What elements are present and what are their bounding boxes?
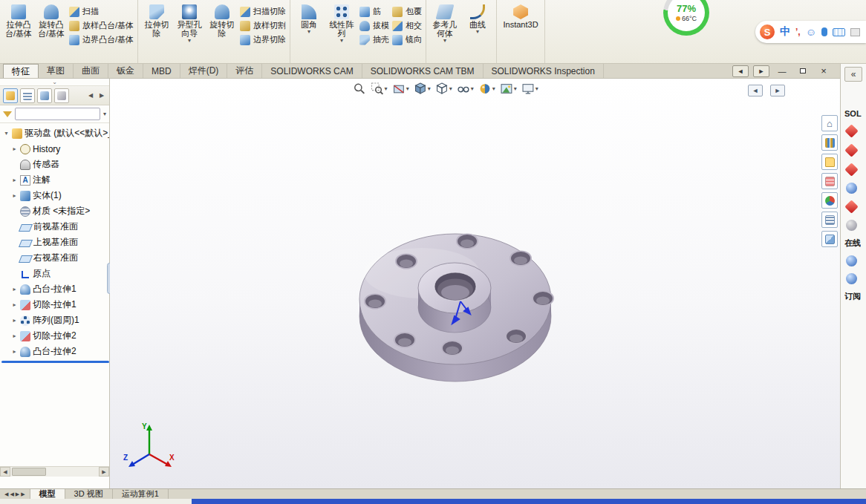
custom-properties-icon[interactable] — [821, 212, 838, 228]
expand-arrow-icon[interactable]: ▸ — [11, 145, 18, 152]
tabs-scroll-left-button[interactable]: ◀ — [86, 92, 95, 99]
scroll-left-arrow[interactable]: ◀ — [0, 467, 10, 477]
tree-item-solid-bodies[interactable]: ▸ 实体(1) — [1, 188, 109, 203]
tool-icon[interactable] — [846, 183, 857, 194]
expand-arrow-icon[interactable]: ▸ — [11, 177, 18, 183]
graphics-viewport[interactable]: ▾ ▾ ▾ ▾ ▾ ▾ ▾ — [110, 79, 840, 488]
tab-mbd[interactable]: MBD — [143, 64, 180, 78]
tab-sheet-metal[interactable]: 钣金 — [108, 64, 143, 78]
scrollbar-thumb[interactable] — [12, 468, 46, 476]
tree-item-boss-extrude1[interactable]: ▸ 凸台-拉伸1 — [1, 281, 109, 297]
tree-item-front-plane[interactable]: 前视基准面 — [1, 219, 109, 235]
forum-icon[interactable] — [821, 231, 838, 247]
panel-collapse-handle[interactable]: ⌄ — [0, 79, 109, 86]
next-tab-arrow[interactable]: ▶ — [16, 491, 19, 497]
ime-toolbox-icon[interactable] — [850, 28, 860, 36]
tab-propertymanager[interactable] — [20, 88, 35, 103]
tab-model[interactable]: 模型 — [30, 489, 65, 499]
scroll-right-arrow[interactable]: ▶ — [99, 467, 109, 477]
hole-wizard-button[interactable]: 异型孔向导 ▾ — [173, 1, 206, 45]
ime-punctuation-toggle[interactable]: ’, — [795, 27, 801, 37]
keyboard-icon[interactable] — [833, 28, 845, 36]
rib-button[interactable]: 筋 — [359, 6, 389, 17]
pane-back-button[interactable]: ◄ — [732, 65, 749, 77]
flange-model[interactable] — [110, 79, 840, 488]
resource-icon[interactable] — [844, 143, 858, 157]
swept-boss-button[interactable]: 扫描 — [69, 6, 134, 17]
emoji-icon[interactable]: ☺ — [806, 26, 816, 38]
intersect-button[interactable]: 相交 — [392, 20, 422, 31]
resource-icon[interactable] — [844, 124, 858, 137]
tab-dimxpertmanager[interactable] — [54, 88, 69, 103]
tree-item-annotations[interactable]: ▸ 注解 — [1, 172, 109, 188]
rollback-bar[interactable] — [1, 361, 109, 363]
tab-surfaces[interactable]: 曲面 — [74, 64, 108, 78]
resource-icon[interactable] — [844, 200, 858, 213]
instant3d-button[interactable]: Instant3D — [499, 1, 542, 30]
pane-forward-button[interactable]: ► — [753, 65, 769, 77]
tool-icon[interactable] — [846, 220, 857, 231]
collapse-chevrons-icon[interactable]: « — [844, 67, 862, 82]
online-resource-icon[interactable] — [846, 273, 857, 284]
expand-arrow-icon[interactable]: ▾ — [3, 130, 10, 137]
expand-arrow-icon[interactable]: ▸ — [11, 317, 18, 324]
tab-configurationmanager[interactable] — [37, 88, 52, 103]
revolved-boss-button[interactable]: 旋转凸台/基体 — [35, 1, 68, 39]
lofted-cut-button[interactable]: 放样切割 — [240, 20, 286, 31]
tree-horizontal-scrollbar[interactable]: ◀ ▶ — [0, 466, 109, 477]
tree-item-cut-extrude2[interactable]: ▸ 切除-拉伸2 — [1, 328, 109, 344]
expand-arrow-icon[interactable]: ▸ — [11, 333, 18, 339]
expand-arrow-icon[interactable]: ▸ — [11, 301, 18, 308]
curves-button[interactable]: 曲线 ▾ — [461, 1, 494, 36]
resource-icon[interactable] — [844, 163, 858, 176]
minimize-button[interactable]: — — [774, 65, 790, 77]
expand-arrow-icon[interactable]: ▸ — [11, 286, 18, 292]
tab-evaluate[interactable]: 评估 — [227, 64, 262, 78]
tree-root[interactable]: ▾ 驱动盘 (默认<<默认>_显 — [1, 125, 109, 141]
tree-item-material[interactable]: 材质 <未指定> — [1, 203, 109, 219]
expand-arrow-icon[interactable]: ▸ — [11, 348, 18, 355]
shell-button[interactable]: 抽壳 — [359, 34, 389, 45]
tab-features[interactable]: 特征 — [3, 64, 39, 78]
appearances-icon[interactable] — [821, 192, 838, 209]
microphone-icon[interactable] — [821, 27, 827, 36]
tree-item-top-plane[interactable]: 上视基准面 — [1, 235, 109, 250]
lofted-boss-button[interactable]: 放样凸台/基体 — [69, 20, 134, 31]
view-palette-icon[interactable] — [821, 173, 838, 189]
tab-featuremanager[interactable] — [3, 88, 18, 103]
tabs-scroll-right-button[interactable]: ▶ — [97, 92, 106, 99]
tree-item-cut-extrude1[interactable]: ▸ 切除-拉伸1 — [1, 297, 109, 312]
tree-item-history[interactable]: ▸ History — [1, 141, 109, 157]
boundary-cut-button[interactable]: 边界切除 — [240, 34, 286, 45]
tree-item-origin[interactable]: 原点 — [1, 266, 109, 281]
tab-weldments[interactable]: 焊件(D) — [180, 64, 228, 78]
ime-language-toggle[interactable]: 中 — [780, 25, 790, 39]
tab-solidworks-cam-tbm[interactable]: SOLIDWORKS CAM TBM — [362, 64, 484, 78]
tab-3d-views[interactable]: 3D 视图 — [65, 489, 113, 499]
fillet-button[interactable]: 圆角 ▾ — [293, 1, 325, 36]
draft-button[interactable]: 拔模 — [359, 20, 389, 31]
design-library-icon[interactable] — [821, 134, 838, 151]
revolved-cut-button[interactable]: 旋转切除 — [206, 1, 238, 39]
close-button[interactable]: × — [815, 65, 832, 77]
tree-item-boss-extrude2[interactable]: ▸ 凸台-拉伸2 — [1, 344, 109, 359]
mirror-button[interactable]: 镜向 — [392, 34, 422, 45]
tree-item-sensors[interactable]: 传感器 — [1, 157, 109, 172]
restore-button[interactable] — [795, 65, 811, 77]
file-explorer-icon[interactable] — [821, 154, 838, 170]
online-resource-icon[interactable] — [846, 255, 857, 266]
expand-arrow-icon[interactable]: ▸ — [11, 192, 18, 199]
tree-item-circular-pattern1[interactable]: ▸ 阵列(圆周)1 — [1, 312, 109, 328]
tree-filter-input[interactable] — [15, 108, 100, 120]
swept-cut-button[interactable]: 扫描切除 — [240, 6, 286, 17]
home-icon[interactable]: ⌂ — [821, 115, 838, 131]
tab-sketch[interactable]: 草图 — [39, 64, 74, 78]
sogou-logo-icon[interactable]: S — [760, 24, 775, 39]
extruded-cut-button[interactable]: 拉伸切除 — [140, 1, 173, 39]
wrap-button[interactable]: 包覆 — [392, 6, 422, 17]
tab-solidworks-inspection[interactable]: SOLIDWORKS Inspection — [484, 64, 604, 78]
extruded-boss-button[interactable]: 拉伸凸台/基体 — [2, 1, 35, 39]
tab-motion-study[interactable]: 运动算例1 — [113, 489, 169, 499]
linear-pattern-button[interactable]: 线性阵列 ▾ — [325, 1, 358, 45]
prev-tab-arrow[interactable]: ◀ — [10, 491, 13, 497]
